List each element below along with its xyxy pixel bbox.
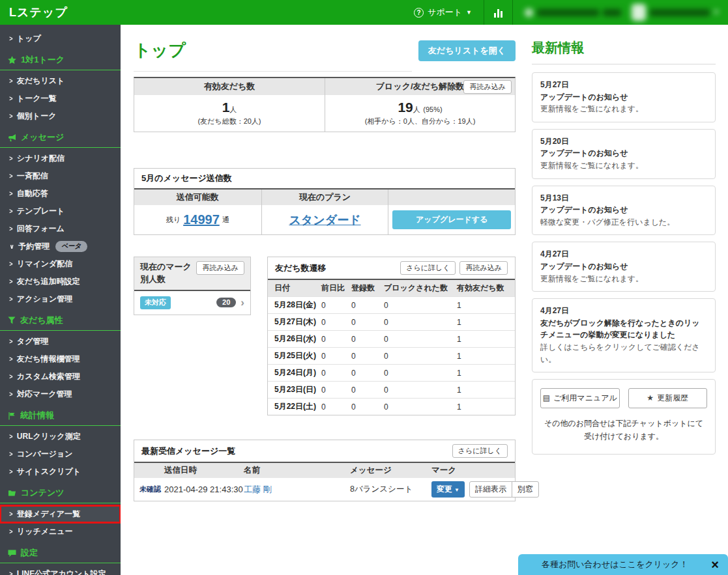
main-content: トップ 友だちリストを開く 有効友だち数 ブロック/友だち解除数 再読み込み 1…: [121, 25, 728, 575]
megaphone-icon: [8, 133, 16, 142]
monthly-message-title: 5月のメッセージ送信数: [141, 173, 508, 184]
bar-chart-icon[interactable]: [484, 0, 512, 25]
news-title: 最新情報: [532, 39, 716, 64]
plan-header: 現在のプラン: [261, 189, 388, 205]
reload-button[interactable]: 再読み込み: [196, 261, 244, 275]
news-card[interactable]: 4月27日 友だちがブロック解除を行なったときのリッチメニューの挙動が変更になり…: [532, 298, 716, 372]
sidebar-item[interactable]: > 個別トーク: [0, 107, 121, 125]
sidebar: > トップ 1対1トーク > 友だちリスト: [0, 25, 121, 575]
sidebar-item[interactable]: > コンバージョン: [0, 445, 121, 463]
sidebar-item[interactable]: > サイトスクリプト: [0, 463, 121, 481]
table-row: 5月22日(土) 0 0 0 1: [268, 399, 515, 415]
news-description: 更新情報をご覧になれます。: [540, 273, 707, 285]
current-plan-link[interactable]: スタンダード: [289, 212, 360, 228]
sidebar-header-settings: 設定: [0, 542, 121, 563]
sidebar-item[interactable]: > シナリオ配信: [0, 150, 121, 167]
table-row: 5月25日(火) 0 0 0 1: [268, 348, 515, 365]
chevron-right-icon: >: [9, 511, 12, 518]
support-menu[interactable]: ? サポート ▼: [402, 0, 484, 25]
column-header: マーク: [431, 465, 469, 476]
sidebar-item[interactable]: > リッチメニュー: [0, 523, 121, 540]
remaining-count-link[interactable]: 14997: [183, 212, 220, 227]
sidebar-item[interactable]: > 自動応答: [0, 185, 121, 203]
news-card-title: アップデートのお知らせ: [540, 91, 707, 104]
news-card[interactable]: 5月20日 アップデートのお知らせ 更新情報をご覧になれます。: [532, 129, 716, 179]
sidebar-item[interactable]: > 友だち情報欄管理: [0, 350, 121, 368]
unread-status-badge: 未確認: [134, 484, 164, 494]
mark-row[interactable]: 未対応 20 ›: [134, 291, 250, 315]
chevron-right-icon: >: [9, 391, 12, 398]
upgrade-button[interactable]: アップグレードする: [392, 210, 511, 229]
manual-button[interactable]: ▤ご利用マニュアル: [540, 388, 620, 408]
chevron-right-icon: >: [9, 338, 12, 345]
sidebar-item[interactable]: > LINE公式アカウント設定: [0, 565, 121, 575]
star-icon: ★: [647, 393, 654, 402]
reload-button[interactable]: 再読み込み: [463, 80, 512, 94]
sidebar-item[interactable]: > URLクリック測定: [0, 428, 121, 445]
update-history-button[interactable]: ★更新履歴: [628, 388, 708, 408]
sidebar-header-statistics: 統計情報: [0, 404, 121, 426]
sidebar-item[interactable]: ∨ 予約管理 ベータ: [0, 238, 121, 255]
news-description: 詳しくはこちらをクリックしてご確認ください。: [540, 341, 707, 365]
mark-panel-title: 現在のマーク別人数: [140, 261, 194, 286]
table-row: 5月28日(金) 0 0 0 1: [268, 297, 515, 314]
sidebar-item[interactable]: > タグ管理: [0, 333, 121, 350]
more-detail-button[interactable]: さらに詳しく: [452, 444, 508, 458]
more-detail-button[interactable]: さらに詳しく: [400, 261, 456, 275]
detail-view-button[interactable]: 詳細表示: [469, 481, 512, 498]
app-logo[interactable]: Lステップ: [9, 5, 68, 20]
chevron-right-icon: >: [9, 35, 12, 42]
news-card-title: アップデートのお知らせ: [540, 204, 707, 216]
chevron-right-icon: >: [9, 451, 12, 458]
chevron-right-icon: >: [9, 173, 12, 180]
change-mark-button[interactable]: 変更▼: [431, 481, 465, 498]
sidebar-item[interactable]: > 友だち追加時設定: [0, 273, 121, 290]
sidebar-item[interactable]: > テンプレート: [0, 203, 121, 220]
masked-user-menu[interactable]: [632, 4, 719, 21]
sidebar-header-contents: コンテンツ: [0, 482, 121, 503]
friend-stats-table: 有効友だち数 ブロック/友だち解除数 再読み込み 1人 (友だち総数：20人): [134, 77, 516, 132]
sidebar-item[interactable]: > 登録メディア一覧: [0, 505, 121, 523]
avatar: [632, 4, 646, 21]
sidebar-item[interactable]: > 回答フォーム: [0, 220, 121, 238]
valid-friends-sub: (友だち総数：20人): [136, 117, 323, 126]
sidebar-item[interactable]: > 友だちリスト: [0, 72, 121, 90]
sender-name-link[interactable]: 工藤 剛: [244, 484, 272, 494]
news-card[interactable]: 5月27日 アップデートのお知らせ 更新情報をご覧になれます。: [532, 72, 716, 122]
news-card[interactable]: 4月27日 アップデートのお知らせ 更新情報をご覧になれます。: [532, 242, 716, 292]
mark-count-panel: 現在のマーク別人数 再読み込み 未対応 20 ›: [134, 257, 251, 315]
chevron-right-icon: >: [9, 77, 12, 85]
sidebar-item[interactable]: > トーク一覧: [0, 90, 121, 107]
sidebar-item[interactable]: > 対応マーク管理: [0, 386, 121, 403]
sendable-cell: 残り 14997 通: [134, 205, 261, 234]
beta-badge: ベータ: [55, 241, 87, 252]
plan-cell: スタンダード: [261, 205, 388, 234]
news-card[interactable]: 5月13日 アップデートのお知らせ 軽微な変更・バグ修正を行いました。: [532, 186, 716, 236]
reload-button[interactable]: 再読み込み: [459, 261, 508, 275]
valid-friends-header: 有効友だち数: [134, 78, 325, 95]
block-value: 19: [398, 100, 413, 115]
news-card-title: 友だちがブロック解除を行なったときのリッチメニューの挙動が変更になりました: [540, 317, 707, 341]
news-panel: 最新情報 5月27日 アップデートのお知らせ 更新情報をご覧になれます。 5月2…: [532, 39, 716, 575]
sidebar-header-message: メッセージ: [0, 126, 121, 148]
sidebar-item[interactable]: > トップ: [0, 30, 121, 48]
chevron-right-icon: >: [9, 95, 12, 102]
chat-contact-bar[interactable]: 各種お問い合わせはここをクリック！ ×: [518, 554, 728, 575]
message-datetime: 2021-04-29 21:43:30: [164, 484, 244, 494]
column-header: 送信日時: [164, 465, 244, 476]
column-header: 有効友だち数: [456, 279, 515, 297]
sidebar-item[interactable]: > カスタム検索管理: [0, 368, 121, 386]
close-icon[interactable]: ×: [711, 558, 719, 571]
news-card-title: アップデートのお知らせ: [540, 260, 707, 273]
sidebar-item[interactable]: > アクション管理: [0, 290, 121, 308]
sidebar-item[interactable]: > リマインダ配信: [0, 255, 121, 273]
table-row: 5月27日(木) 0 0 0 1: [268, 314, 515, 331]
open-friend-list-button[interactable]: 友だちリストを開く: [418, 40, 516, 61]
page-header: トップ 友だちリストを開く: [134, 39, 516, 72]
masked-account-info[interactable]: [525, 8, 621, 17]
table-row: 5月24日(月) 0 0 0 1: [268, 365, 515, 382]
news-description: 軽微な変更・バグ修正を行いました。: [540, 216, 707, 229]
sidebar-item[interactable]: > 一斉配信: [0, 167, 121, 185]
news-date: 5月20日: [540, 135, 707, 148]
news-footer-card: ▤ご利用マニュアル ★更新履歴 その他のお問合せは下記チャットボットにて受け付け…: [532, 379, 716, 455]
